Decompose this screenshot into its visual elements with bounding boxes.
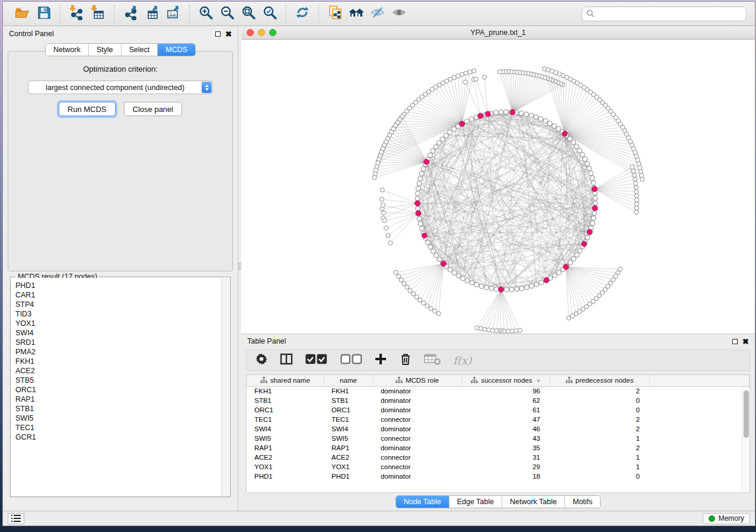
table-cell[interactable]: SWI5: [324, 434, 373, 443]
tab-edge-table[interactable]: Edge Table: [449, 496, 502, 508]
mcds-result-item[interactable]: TID3: [15, 309, 221, 319]
table-row[interactable]: SWI5SWI5connector431: [247, 434, 749, 443]
import-table-button[interactable]: [87, 5, 109, 23]
table-cell[interactable]: ACE2: [247, 453, 324, 462]
table-cell[interactable]: TEC1: [324, 415, 373, 424]
table-cell[interactable]: TEC1: [247, 415, 324, 424]
delete-row-button[interactable]: [399, 352, 412, 368]
task-history-button[interactable]: [8, 513, 24, 524]
table-cell[interactable]: SWI5: [247, 434, 324, 443]
column-header-predecessor-nodes[interactable]: predecessor nodes: [550, 375, 649, 386]
tab-network[interactable]: Network: [46, 44, 89, 56]
table-row[interactable]: STB1STB1dominator620: [247, 396, 749, 405]
mcds-result-item[interactable]: SWI5: [15, 414, 221, 423]
mcds-result-item[interactable]: YOX1: [15, 319, 221, 328]
refresh-layout-button[interactable]: [292, 5, 313, 23]
table-cell[interactable]: ACE2: [324, 453, 373, 462]
table-cell[interactable]: 2: [550, 415, 649, 424]
zoom-in-button[interactable]: [195, 5, 216, 23]
table-row[interactable]: TEC1TEC1connector472: [247, 415, 749, 424]
mcds-list-scrollbar[interactable]: [221, 278, 229, 496]
mcds-result-item[interactable]: GCR1: [15, 432, 221, 442]
table-row[interactable]: RAP1RAP1dominator352: [247, 443, 749, 453]
table-cell[interactable]: RAP1: [324, 443, 373, 453]
network-canvas[interactable]: [241, 40, 755, 334]
table-cell[interactable]: PHD1: [247, 472, 324, 481]
table-cell[interactable]: 43: [461, 434, 550, 443]
save-session-button[interactable]: [33, 5, 55, 23]
table-cell[interactable]: FKH1: [324, 386, 373, 396]
table-cell[interactable]: 2: [550, 443, 649, 453]
close-table-panel-icon[interactable]: ✖: [742, 339, 749, 344]
table-row[interactable]: SWI4SWI4dominator462: [247, 424, 749, 434]
tab-network-table[interactable]: Network Table: [502, 496, 565, 508]
select-all-button[interactable]: [305, 352, 328, 368]
float-panel-icon[interactable]: [215, 31, 221, 37]
mcds-result-item[interactable]: STB1: [15, 404, 221, 414]
column-header-successor-nodes[interactable]: successor nodes˅: [461, 375, 550, 386]
mcds-result-item[interactable]: STB5: [15, 376, 221, 385]
zoom-fit-button[interactable]: [238, 5, 259, 23]
table-cell[interactable]: 96: [461, 386, 550, 396]
table-cell[interactable]: dominator: [373, 424, 461, 434]
table-cell[interactable]: 2: [550, 386, 649, 396]
table-cell[interactable]: 0: [550, 472, 649, 481]
table-row[interactable]: PHD1PHD1dominator180: [247, 472, 749, 481]
table-cell[interactable]: ORC1: [247, 405, 324, 415]
table-cell[interactable]: 2: [550, 424, 649, 434]
table-cell[interactable]: RAP1: [247, 443, 324, 453]
table-row[interactable]: FKH1FKH1dominator962: [247, 386, 749, 396]
zoom-out-button[interactable]: [216, 5, 238, 23]
column-header-name[interactable]: name: [324, 375, 373, 386]
columns-button[interactable]: [280, 352, 293, 368]
table-cell[interactable]: 61: [461, 405, 550, 415]
tab-motifs[interactable]: Motifs: [565, 496, 600, 508]
table-cell[interactable]: dominator: [373, 396, 461, 405]
table-cell[interactable]: 31: [461, 453, 550, 462]
table-cell[interactable]: 0: [550, 396, 649, 405]
table-cell[interactable]: FKH1: [247, 386, 324, 396]
memory-button[interactable]: Memory: [703, 513, 750, 524]
show-all-button[interactable]: [388, 5, 410, 23]
run-mcds-button[interactable]: Run MCDS: [59, 102, 116, 116]
tab-mcds[interactable]: MCDS: [158, 44, 195, 56]
table-cell[interactable]: connector: [373, 462, 461, 472]
table-row[interactable]: YOX1YOX1connector291: [247, 462, 749, 472]
mcds-result-list[interactable]: PHD1CAR1STP4TID3YOX1SWI4SRD1PMA2FKH1ACE2…: [11, 278, 221, 496]
close-panel-button[interactable]: Close panel: [124, 102, 183, 116]
table-cell[interactable]: dominator: [373, 443, 461, 453]
deselect-all-button[interactable]: [340, 352, 363, 368]
column-header-shared-name[interactable]: shared name: [247, 375, 324, 386]
table-cell[interactable]: SWI4: [247, 424, 324, 434]
table-cell[interactable]: YOX1: [247, 462, 324, 472]
tab-select[interactable]: Select: [122, 44, 158, 56]
export-table-button[interactable]: [141, 5, 162, 23]
table-cell[interactable]: 29: [461, 462, 550, 472]
mcds-result-item[interactable]: SRD1: [15, 338, 221, 347]
import-network-button[interactable]: [66, 5, 87, 23]
mcds-result-item[interactable]: SWI4: [15, 328, 221, 338]
open-file-button[interactable]: [12, 5, 33, 23]
table-cell[interactable]: connector: [373, 453, 461, 462]
mcds-result-item[interactable]: PHD1: [15, 281, 221, 290]
table-cell[interactable]: ORC1: [324, 405, 373, 415]
hide-selected-button[interactable]: [367, 5, 388, 23]
table-cell[interactable]: dominator: [373, 405, 461, 415]
column-header-MCDS-role[interactable]: MCDS role: [373, 375, 461, 386]
table-cell[interactable]: 35: [461, 443, 550, 453]
table-cell[interactable]: 0: [550, 405, 649, 415]
table-cell[interactable]: dominator: [373, 472, 461, 481]
mcds-result-item[interactable]: PMA2: [15, 347, 221, 357]
table-cell[interactable]: 1: [550, 453, 649, 462]
zoom-selected-button[interactable]: [259, 5, 280, 23]
table-scrollbar-thumb[interactable]: [744, 390, 749, 438]
mcds-result-item[interactable]: FKH1: [15, 357, 221, 366]
network-window-titlebar[interactable]: YPA_prune.txt_1: [241, 26, 755, 40]
mcds-result-item[interactable]: STP4: [15, 300, 221, 309]
float-table-panel-icon[interactable]: [732, 339, 738, 344]
table-remove-button[interactable]: [424, 352, 441, 368]
table-cell[interactable]: connector: [373, 415, 461, 424]
add-row-button[interactable]: [374, 352, 387, 368]
table-row[interactable]: ORC1ORC1dominator610: [247, 405, 749, 415]
export-image-button[interactable]: [162, 5, 184, 23]
